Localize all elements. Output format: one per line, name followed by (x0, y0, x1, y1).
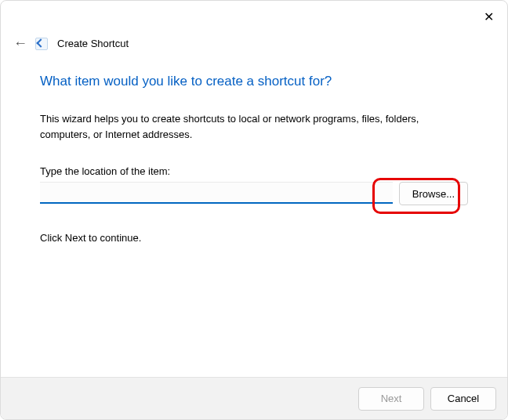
continue-hint: Click Next to continue. (40, 232, 468, 244)
location-row: Browse... (40, 182, 468, 205)
back-arrow-icon: ← (12, 35, 29, 52)
wizard-description: This wizard helps you to create shortcut… (40, 111, 468, 142)
wizard-heading: What item would you like to create a sho… (40, 74, 468, 89)
browse-button[interactable]: Browse... (399, 182, 468, 205)
close-button[interactable]: ✕ (479, 7, 498, 26)
close-icon: ✕ (484, 9, 494, 24)
wizard-header: ← Create Shortcut (1, 1, 507, 52)
wizard-content: What item would you like to create a sho… (1, 52, 507, 244)
location-input[interactable] (40, 182, 393, 204)
location-label: Type the location of the item: (40, 165, 468, 177)
shortcut-icon (35, 38, 48, 50)
window-title: Create Shortcut (57, 38, 129, 49)
cancel-button[interactable]: Cancel (430, 387, 496, 411)
next-button: Next (358, 387, 424, 411)
wizard-footer: Next Cancel (1, 377, 507, 419)
